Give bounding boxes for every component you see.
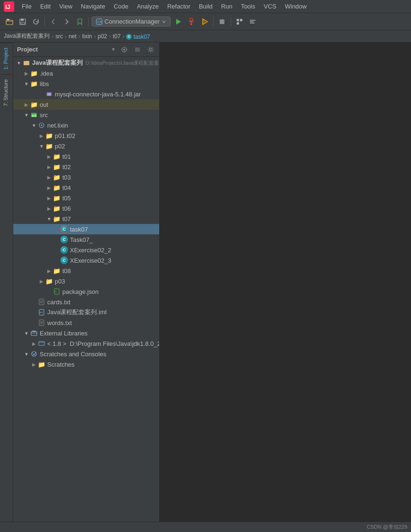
tree-out[interactable]: ▶ 📁 out [13,99,159,110]
tree-p02[interactable]: ▼ 📁 p02 [13,141,159,151]
forward-btn[interactable] [61,16,72,27]
src-arrow: ▼ [23,111,30,119]
menu-file[interactable]: File [18,2,35,11]
breadcrumb-src[interactable]: src [55,33,63,40]
root-arrow: ▼ [15,59,23,67]
svg-rect-20 [250,23,255,24]
refresh-btn[interactable] [30,16,42,27]
breadcrumb-p02[interactable]: p02 [98,33,107,40]
svg-rect-2 [6,20,13,25]
svg-marker-13 [203,19,207,25]
breadcrumb-bar: Java课程配套案列 › src › net › lixin › p02 › t… [0,30,411,43]
tree-root[interactable]: ▼ Java课程配套案列 D:\IdeaProjects\Java课程配套案列 [13,58,159,68]
menu-view[interactable]: View [55,2,76,11]
tree-t01[interactable]: ▶ 📁 t01 [13,151,159,162]
tree-t05[interactable]: ▶ 📁 t05 [13,193,159,203]
tree-p03[interactable]: ▶ 📁 p03 [13,276,159,286]
menu-edit[interactable]: Edit [36,2,54,11]
tree-scratches-folder[interactable]: ▶ 📁 Scratches [13,359,159,369]
tree-t02[interactable]: ▶ 📁 t02 [13,162,159,172]
menu-run[interactable]: Run [217,2,236,11]
bookmark-btn[interactable] [74,16,86,27]
side-tab-project[interactable]: 1: Project [0,43,13,74]
menu-build[interactable]: Build [195,2,216,11]
tree-p01t02[interactable]: ▶ 📁 p01.t02 [13,130,159,141]
tree-container[interactable]: ▼ Java课程配套案列 D:\IdeaProjects\Java课程配套案列 … [13,57,159,522]
run-btn[interactable] [172,16,184,27]
tree-jdk18[interactable]: ▶ < 1.8 > D:\Program Files\Java\jdk1.8.0… [13,338,159,349]
menu-analyze[interactable]: Analyze [133,2,163,11]
svg-point-30 [150,48,152,51]
main-area: 1: Project 7: Structure Project ▼ [0,43,411,522]
save-btn[interactable] [17,16,28,27]
open-folder-btn[interactable] [4,16,15,27]
debug-btn[interactable] [186,16,197,27]
tree-t06[interactable]: ▶ 📁 t06 [13,203,159,214]
t01-arrow: ▶ [45,153,53,160]
tree-ext-libs[interactable]: ▼ External Libraries [13,328,159,338]
tree-task07[interactable]: ▶ C task07 [13,224,159,234]
root-label: Java课程配套案列 [32,59,83,67]
tree-netlixin[interactable]: ▼ net.lixin [13,120,159,130]
scratches-folder-arrow: ▶ [30,360,38,368]
coverage-btn[interactable] [199,16,210,27]
toolbar-btn-5[interactable] [234,16,245,27]
ide-window: IJ File Edit View Navigate Code Analyze … [0,0,411,532]
menu-vcs[interactable]: VCS [260,2,280,11]
tree-t07[interactable]: ▼ 📁 t07 [13,214,159,224]
tree-idea[interactable]: ▶ 📁 .idea [13,68,159,78]
side-tab-structure[interactable]: 7: Structure [0,74,13,111]
tree-t08[interactable]: ▶ 📁 t08 [13,266,159,276]
svg-marker-7 [78,19,82,25]
separator-3 [213,17,214,26]
tree-task07_[interactable]: ▶ C Task07_ [13,234,159,245]
iml-icon: iml [38,309,45,316]
tree-iml[interactable]: ▶ iml Java课程配套案列.iml [13,307,159,317]
netlixin-icon [38,121,45,129]
tree-scratches-consoles[interactable]: ▼ Scratches and Consoles [13,349,159,359]
tree-xexercise02-2[interactable]: ▶ C XExercise02_2 [13,245,159,255]
scratches-folder-icon: 📁 [38,360,45,368]
panel-locate-btn[interactable] [120,45,129,54]
tree-mysql-jar[interactable]: ▶ mysql-connector-java-5.1.48.jar [13,89,159,99]
breadcrumb-root[interactable]: Java课程配套案列 [4,32,50,40]
menu-refactor[interactable]: Refactor [163,2,194,11]
panel-title-arrow[interactable]: ▼ [111,47,116,52]
menu-window[interactable]: Window [281,2,310,11]
menu-tools[interactable]: Tools [237,2,259,11]
run-config-dropdown[interactable]: CM ConnectionManager [92,17,171,26]
panel-settings-btn[interactable] [146,45,155,54]
tree-t03[interactable]: ▶ 📁 t03 [13,172,159,182]
svg-rect-15 [237,19,239,21]
toolbar-btn-6[interactable] [247,16,258,27]
tree-t04[interactable]: ▶ 📁 t04 [13,182,159,193]
stop-btn[interactable] [216,16,228,27]
svg-rect-6 [21,22,25,24]
tree-libs[interactable]: ▼ 📁 libs [13,78,159,89]
breadcrumb-task07[interactable]: C task07 [126,33,150,40]
svg-rect-17 [237,22,239,25]
svg-point-22 [123,49,125,51]
libs-arrow: ▼ [23,80,30,87]
back-btn[interactable] [48,16,59,27]
tree-src[interactable]: ▼ src src [13,110,159,120]
p01t02-arrow: ▶ [38,132,45,139]
svg-point-39 [41,125,43,126]
tree-package-json[interactable]: ▶ {} package.json [13,286,159,297]
t02-icon: 📁 [53,163,60,171]
project-panel: Project ▼ ▼ [13,43,160,522]
tree-words-txt[interactable]: ▶ words.txt [13,317,159,328]
menu-navigate[interactable]: Navigate [77,2,109,11]
t06-arrow: ▶ [45,205,53,212]
tree-cards-txt[interactable]: ▶ cards.txt [13,297,159,307]
breadcrumb-t07[interactable]: t07 [113,33,121,40]
svg-point-57 [32,352,36,356]
svg-rect-5 [21,19,24,21]
menu-code[interactable]: Code [110,2,132,11]
jar-icon [45,90,53,98]
panel-collapse-btn[interactable] [133,45,142,54]
tree-xexercise02-3[interactable]: ▶ C XExercise02_3 [13,255,159,266]
breadcrumb-net[interactable]: net [68,33,77,40]
breadcrumb-lixin[interactable]: lixin [82,33,92,40]
p02-icon: 📁 [45,142,53,150]
